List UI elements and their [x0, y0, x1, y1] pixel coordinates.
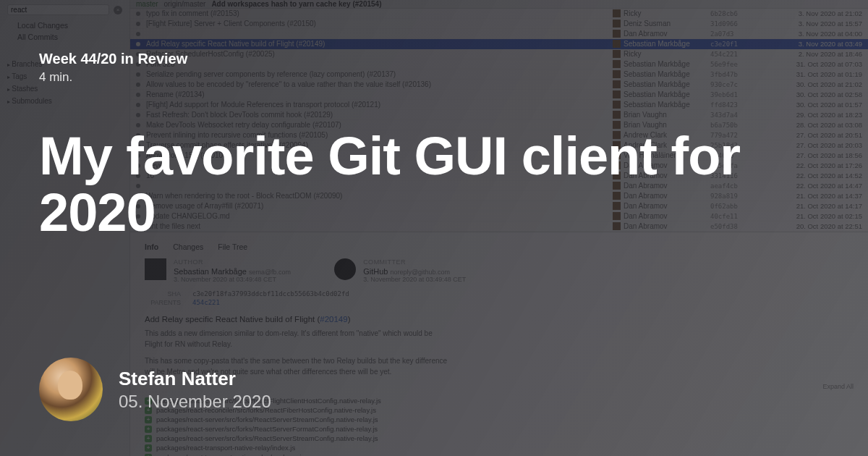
publish-date: 05. November 2020 — [119, 392, 271, 412]
read-time: 4 min. — [39, 70, 829, 85]
author-avatar — [39, 358, 103, 421]
card-overlay: Week 44/20 in Review 4 min. My favorite … — [0, 0, 868, 456]
card-footer: Stefan Natter 05. November 2020 — [39, 358, 829, 421]
article-title: My favorite Git GUI client for 2020 — [39, 128, 829, 358]
author-name: Stefan Natter — [119, 368, 271, 390]
kicker: Week 44/20 in Review — [39, 51, 829, 67]
